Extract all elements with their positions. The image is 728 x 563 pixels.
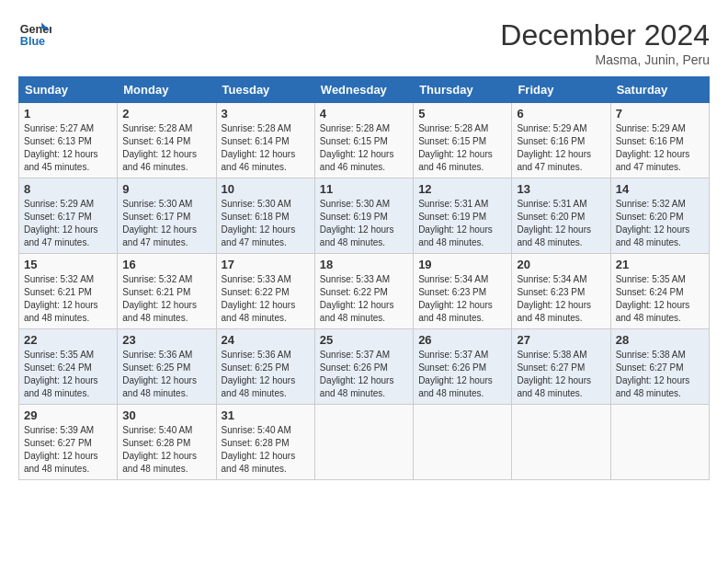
day-number: 15: [24, 258, 112, 271]
calendar-table: SundayMondayTuesdayWednesdayThursdayFrid…: [18, 76, 710, 480]
day-number: 1: [24, 107, 112, 121]
calendar-week-row: 22 Sunrise: 5:35 AMSunset: 6:24 PMDaylig…: [19, 329, 710, 405]
day-info: Sunrise: 5:37 AMSunset: 6:26 PMDaylight:…: [320, 350, 394, 398]
calendar-cell: 16 Sunrise: 5:32 AMSunset: 6:21 PMDaylig…: [118, 254, 216, 329]
day-number: 12: [418, 182, 506, 196]
calendar-cell: 1 Sunrise: 5:27 AMSunset: 6:13 PMDayligh…: [19, 103, 118, 178]
day-info: Sunrise: 5:32 AMSunset: 6:20 PMDaylight:…: [616, 199, 690, 247]
calendar-cell: [414, 405, 512, 480]
calendar-cell: 20 Sunrise: 5:34 AMSunset: 6:23 PMDaylig…: [512, 254, 610, 329]
day-info: Sunrise: 5:27 AMSunset: 6:13 PMDaylight:…: [24, 123, 98, 172]
day-number: 10: [222, 182, 310, 196]
calendar-cell: 19 Sunrise: 5:34 AMSunset: 6:23 PMDaylig…: [414, 254, 512, 329]
column-header-tuesday: Tuesday: [216, 77, 314, 103]
column-header-monday: Monday: [118, 77, 216, 103]
column-header-thursday: Thursday: [414, 77, 512, 103]
logo: General Blue: [18, 18, 51, 52]
day-info: Sunrise: 5:40 AMSunset: 6:28 PMDaylight:…: [222, 425, 296, 474]
day-info: Sunrise: 5:28 AMSunset: 6:14 PMDaylight:…: [122, 123, 197, 172]
day-number: 17: [222, 258, 310, 271]
day-info: Sunrise: 5:31 AMSunset: 6:20 PMDaylight:…: [517, 199, 591, 247]
calendar-cell: 2 Sunrise: 5:28 AMSunset: 6:14 PMDayligh…: [118, 103, 216, 178]
day-number: 16: [122, 258, 210, 271]
logo-icon: General Blue: [18, 18, 51, 52]
day-info: Sunrise: 5:34 AMSunset: 6:23 PMDaylight:…: [517, 274, 591, 323]
day-number: 13: [517, 182, 605, 196]
calendar-cell: 30 Sunrise: 5:40 AMSunset: 6:28 PMDaylig…: [118, 405, 216, 480]
day-info: Sunrise: 5:38 AMSunset: 6:27 PMDaylight:…: [616, 350, 690, 398]
day-number: 11: [320, 182, 408, 196]
day-number: 14: [616, 182, 704, 196]
day-info: Sunrise: 5:33 AMSunset: 6:22 PMDaylight:…: [320, 274, 394, 323]
page-header: General Blue December 2024 Masma, Junin,…: [18, 18, 710, 67]
day-number: 3: [222, 107, 310, 121]
day-info: Sunrise: 5:30 AMSunset: 6:18 PMDaylight:…: [222, 199, 296, 247]
day-info: Sunrise: 5:36 AMSunset: 6:25 PMDaylight:…: [222, 350, 296, 398]
calendar-cell: 28 Sunrise: 5:38 AMSunset: 6:27 PMDaylig…: [610, 329, 709, 405]
calendar-cell: 5 Sunrise: 5:28 AMSunset: 6:15 PMDayligh…: [414, 103, 512, 178]
calendar-cell: 24 Sunrise: 5:36 AMSunset: 6:25 PMDaylig…: [216, 329, 314, 405]
day-number: 21: [616, 258, 704, 271]
day-number: 23: [122, 333, 210, 347]
day-info: Sunrise: 5:36 AMSunset: 6:25 PMDaylight:…: [122, 350, 197, 398]
day-info: Sunrise: 5:37 AMSunset: 6:26 PMDaylight:…: [418, 350, 493, 398]
calendar-week-row: 15 Sunrise: 5:32 AMSunset: 6:21 PMDaylig…: [19, 254, 710, 329]
day-number: 31: [222, 408, 310, 422]
day-info: Sunrise: 5:33 AMSunset: 6:22 PMDaylight:…: [222, 274, 296, 323]
day-number: 9: [122, 182, 210, 196]
calendar-cell: 4 Sunrise: 5:28 AMSunset: 6:15 PMDayligh…: [314, 103, 413, 178]
day-number: 28: [616, 333, 704, 347]
day-info: Sunrise: 5:32 AMSunset: 6:21 PMDaylight:…: [122, 274, 197, 323]
calendar-cell: 7 Sunrise: 5:29 AMSunset: 6:16 PMDayligh…: [610, 103, 709, 178]
calendar-cell: 21 Sunrise: 5:35 AMSunset: 6:24 PMDaylig…: [610, 254, 709, 329]
day-info: Sunrise: 5:38 AMSunset: 6:27 PMDaylight:…: [517, 350, 591, 398]
calendar-cell: [512, 405, 610, 480]
calendar-cell: [610, 405, 709, 480]
svg-text:Blue: Blue: [20, 35, 45, 48]
day-number: 19: [418, 258, 506, 271]
day-info: Sunrise: 5:34 AMSunset: 6:23 PMDaylight:…: [418, 274, 493, 323]
calendar-week-row: 1 Sunrise: 5:27 AMSunset: 6:13 PMDayligh…: [19, 103, 710, 178]
column-header-saturday: Saturday: [610, 77, 709, 103]
day-number: 26: [418, 333, 506, 347]
day-number: 29: [24, 408, 112, 422]
day-number: 25: [320, 333, 408, 347]
day-number: 30: [122, 408, 210, 422]
day-info: Sunrise: 5:32 AMSunset: 6:21 PMDaylight:…: [24, 274, 98, 323]
day-info: Sunrise: 5:39 AMSunset: 6:27 PMDaylight:…: [24, 425, 98, 474]
day-number: 7: [616, 107, 704, 121]
calendar-cell: 23 Sunrise: 5:36 AMSunset: 6:25 PMDaylig…: [118, 329, 216, 405]
day-info: Sunrise: 5:29 AMSunset: 6:16 PMDaylight:…: [517, 123, 591, 172]
calendar-body: 1 Sunrise: 5:27 AMSunset: 6:13 PMDayligh…: [19, 103, 710, 480]
calendar-cell: 29 Sunrise: 5:39 AMSunset: 6:27 PMDaylig…: [19, 405, 118, 480]
calendar-cell: 6 Sunrise: 5:29 AMSunset: 6:16 PMDayligh…: [512, 103, 610, 178]
calendar-cell: 13 Sunrise: 5:31 AMSunset: 6:20 PMDaylig…: [512, 178, 610, 254]
calendar-cell: 9 Sunrise: 5:30 AMSunset: 6:17 PMDayligh…: [118, 178, 216, 254]
column-header-sunday: Sunday: [19, 77, 118, 103]
day-info: Sunrise: 5:31 AMSunset: 6:19 PMDaylight:…: [418, 199, 493, 247]
calendar-cell: 8 Sunrise: 5:29 AMSunset: 6:17 PMDayligh…: [19, 178, 118, 254]
calendar-cell: 12 Sunrise: 5:31 AMSunset: 6:19 PMDaylig…: [414, 178, 512, 254]
calendar-cell: 14 Sunrise: 5:32 AMSunset: 6:20 PMDaylig…: [610, 178, 709, 254]
day-number: 8: [24, 182, 112, 196]
day-info: Sunrise: 5:35 AMSunset: 6:24 PMDaylight:…: [616, 274, 690, 323]
day-info: Sunrise: 5:28 AMSunset: 6:15 PMDaylight:…: [320, 123, 394, 172]
day-info: Sunrise: 5:29 AMSunset: 6:16 PMDaylight:…: [616, 123, 690, 172]
calendar-cell: 22 Sunrise: 5:35 AMSunset: 6:24 PMDaylig…: [19, 329, 118, 405]
day-info: Sunrise: 5:30 AMSunset: 6:19 PMDaylight:…: [320, 199, 394, 247]
calendar-week-row: 29 Sunrise: 5:39 AMSunset: 6:27 PMDaylig…: [19, 405, 710, 480]
day-number: 27: [517, 333, 605, 347]
calendar-cell: 3 Sunrise: 5:28 AMSunset: 6:14 PMDayligh…: [216, 103, 314, 178]
day-info: Sunrise: 5:35 AMSunset: 6:24 PMDaylight:…: [24, 350, 98, 398]
calendar-cell: 26 Sunrise: 5:37 AMSunset: 6:26 PMDaylig…: [414, 329, 512, 405]
location-subtitle: Masma, Junin, Peru: [500, 52, 710, 67]
day-number: 5: [418, 107, 506, 121]
column-header-friday: Friday: [512, 77, 610, 103]
day-info: Sunrise: 5:29 AMSunset: 6:17 PMDaylight:…: [24, 199, 98, 247]
day-number: 22: [24, 333, 112, 347]
day-info: Sunrise: 5:30 AMSunset: 6:17 PMDaylight:…: [122, 199, 197, 247]
day-number: 4: [320, 107, 408, 121]
calendar-cell: 10 Sunrise: 5:30 AMSunset: 6:18 PMDaylig…: [216, 178, 314, 254]
calendar-cell: 31 Sunrise: 5:40 AMSunset: 6:28 PMDaylig…: [216, 405, 314, 480]
day-number: 24: [222, 333, 310, 347]
